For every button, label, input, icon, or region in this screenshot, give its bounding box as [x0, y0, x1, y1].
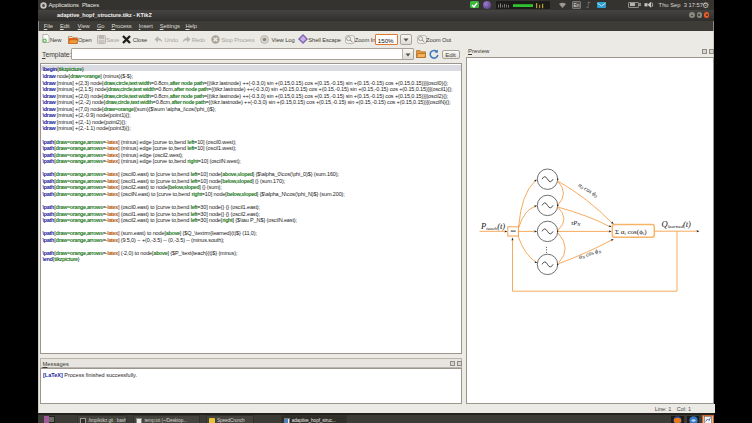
svg-text:Pteach(t): Pteach(t)	[480, 220, 505, 230]
svg-text:Σ αi cos(ϕi): Σ αi cos(ϕi)	[615, 228, 647, 236]
svg-text:τPN: τPN	[571, 219, 581, 227]
svg-text:α0 cos ϕ0: α0 cos ϕ0	[577, 181, 600, 199]
svg-text:Qlearned(t): Qlearned(t)	[662, 219, 692, 229]
